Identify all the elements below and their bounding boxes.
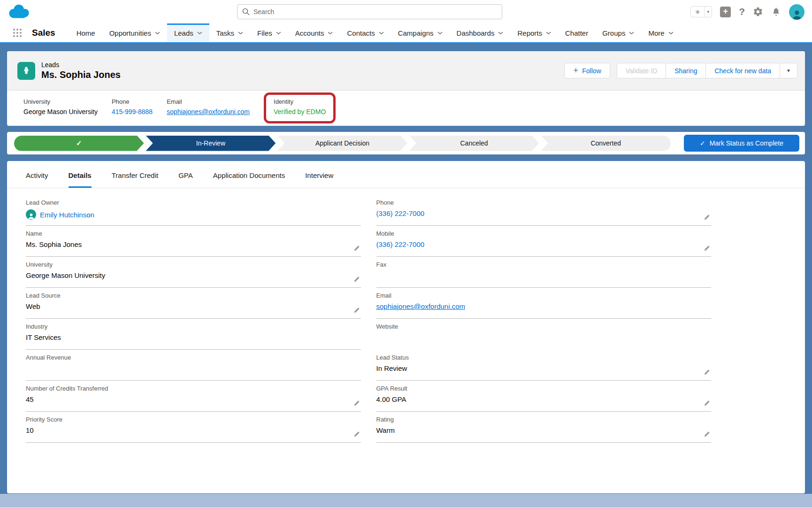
- path-stage-in-review[interactable]: In-Review: [146, 136, 276, 151]
- header-buttons: + Follow Validate ID Sharing Check for n…: [564, 63, 797, 78]
- nav-tab-contacts[interactable]: Contacts: [340, 23, 391, 42]
- follow-label: Follow: [582, 67, 601, 75]
- nav-tab-label: Campaigns: [398, 29, 434, 37]
- page-bottom-strip: [0, 494, 812, 507]
- nav-tab-label: Accounts: [295, 29, 324, 37]
- field-label: GPA Result: [376, 385, 712, 392]
- field-label: University: [26, 261, 361, 268]
- phone-link[interactable]: (336) 222-7000: [376, 209, 425, 217]
- nav-tab-files[interactable]: Files: [250, 23, 288, 42]
- compact-field-university: University George Mason University: [23, 98, 98, 126]
- edit-pencil-icon[interactable]: [703, 245, 710, 252]
- email-link[interactable]: sophiajones@oxforduni.com: [376, 302, 466, 310]
- more-actions-dropdown[interactable]: ▼: [780, 63, 797, 78]
- chevron-down-icon[interactable]: [668, 31, 674, 35]
- edit-pencil-icon[interactable]: [353, 245, 360, 252]
- chevron-down-icon[interactable]: [379, 31, 384, 35]
- tab-details[interactable]: Details: [69, 169, 92, 188]
- stage-label: Applicant Decision: [315, 139, 369, 147]
- edit-pencil-icon[interactable]: [353, 307, 360, 314]
- stage-label: Canceled: [460, 139, 488, 147]
- sharing-button[interactable]: Sharing: [666, 63, 705, 78]
- nav-tab-reports[interactable]: Reports: [510, 23, 558, 42]
- check-for-new-data-button[interactable]: Check for new data: [705, 63, 780, 78]
- nav-tab-label: Reports: [517, 29, 542, 37]
- mark-status-label: Mark Status as Complete: [710, 139, 783, 147]
- nav-tab-more[interactable]: More: [641, 23, 680, 42]
- chevron-down-icon[interactable]: [155, 31, 160, 35]
- lead-owner-link[interactable]: Emily Hutchinson: [40, 211, 94, 219]
- record-action-group: Validate ID Sharing Check for new data ▼: [617, 63, 797, 78]
- help-icon[interactable]: ?: [739, 6, 745, 17]
- tab-gpa[interactable]: GPA: [178, 169, 193, 188]
- field-phone: Phone (336) 222-7000: [376, 195, 712, 226]
- nav-tab-groups[interactable]: Groups: [595, 23, 641, 42]
- chevron-down-icon[interactable]: [437, 31, 443, 35]
- nav-tab-leads[interactable]: Leads: [167, 23, 209, 42]
- edit-pencil-icon[interactable]: [703, 214, 710, 221]
- edit-pencil-icon[interactable]: [353, 431, 360, 438]
- edit-pencil-icon[interactable]: [703, 431, 710, 438]
- phone-link[interactable]: 415-999-8888: [112, 108, 153, 115]
- edit-pencil-icon[interactable]: [353, 400, 360, 407]
- field-lead-owner: Lead Owner Emily Hutchinson: [26, 195, 361, 226]
- user-avatar[interactable]: [789, 4, 804, 20]
- chevron-down-icon[interactable]: [328, 31, 333, 35]
- chevron-down-icon[interactable]: [276, 31, 281, 35]
- sales-path: ✓ In-Review Applicant Decision Canceled …: [14, 136, 671, 151]
- nav-tab-label: Opportunities: [109, 29, 151, 37]
- nav-tab-campaigns[interactable]: Campaigns: [391, 23, 450, 42]
- app-nav: Sales Home Opportunities Leads Tasks Fil…: [0, 23, 812, 42]
- compact-field-email: Email sophiajones@oxforduni.com: [167, 98, 250, 126]
- path-stage-converted[interactable]: Converted: [541, 136, 671, 151]
- search-input[interactable]: [253, 8, 497, 15]
- nav-tab-home[interactable]: Home: [69, 23, 102, 42]
- field-label: Email: [376, 292, 712, 299]
- follow-button[interactable]: + Follow: [564, 63, 610, 78]
- field-label: Phone: [376, 199, 712, 206]
- tab-interview[interactable]: Interview: [305, 169, 333, 188]
- setup-gear-icon[interactable]: [753, 7, 763, 17]
- path-stage-canceled[interactable]: Canceled: [409, 136, 539, 151]
- page-title: Ms. Sophia Jones: [41, 69, 121, 80]
- mobile-link[interactable]: (336) 222-7000: [376, 240, 425, 248]
- field-label: Phone: [112, 98, 153, 105]
- chevron-down-icon[interactable]: [546, 31, 551, 35]
- tab-transfer-credit[interactable]: Transfer Credit: [112, 169, 158, 188]
- path-stage-applicant-decision[interactable]: Applicant Decision: [277, 136, 407, 151]
- identity-verified-value: Verified by EDMO: [274, 108, 326, 115]
- field-value: Web: [26, 302, 361, 310]
- favorites-star-icon[interactable]: ★: [691, 7, 704, 17]
- edit-pencil-icon[interactable]: [353, 276, 360, 283]
- email-link[interactable]: sophiajones@oxforduni.com: [167, 108, 250, 115]
- path-stage-completed[interactable]: ✓: [14, 136, 144, 151]
- app-launcher-icon[interactable]: [12, 23, 23, 42]
- chevron-down-icon[interactable]: [238, 31, 243, 35]
- global-search[interactable]: [237, 4, 502, 19]
- favorites-caret-icon[interactable]: ▾: [704, 7, 712, 17]
- tab-activity[interactable]: Activity: [26, 169, 48, 188]
- nav-tab-accounts[interactable]: Accounts: [288, 23, 340, 42]
- notifications-bell-icon[interactable]: [771, 7, 781, 17]
- nav-tab-dashboards[interactable]: Dashboards: [450, 23, 511, 42]
- edit-pencil-icon[interactable]: [703, 400, 710, 407]
- chevron-down-icon[interactable]: [629, 31, 634, 35]
- add-icon[interactable]: +: [720, 7, 731, 17]
- chevron-down-icon[interactable]: [197, 31, 202, 35]
- nav-tab-opportunities[interactable]: Opportunities: [102, 23, 167, 42]
- nav-tab-chatter[interactable]: Chatter: [558, 23, 595, 42]
- favorites-control[interactable]: ★ ▾: [690, 6, 712, 17]
- nav-tab-label: Dashboards: [457, 29, 495, 37]
- nav-tab-tasks[interactable]: Tasks: [209, 23, 250, 42]
- field-label: Priority Score: [26, 416, 361, 423]
- tab-application-documents[interactable]: Application Documents: [213, 169, 285, 188]
- field-lead-source: Lead Source Web: [26, 288, 361, 319]
- chevron-down-icon[interactable]: [498, 31, 503, 35]
- lead-header-card: Leads Ms. Sophia Jones + Follow Validate…: [7, 51, 805, 126]
- field-name: Name Ms. Sophia Jones: [26, 226, 361, 257]
- mark-status-complete-button[interactable]: ✓ Mark Status as Complete: [684, 135, 799, 152]
- field-annual-revenue: Annual Revenue: [26, 350, 361, 381]
- edit-pencil-icon[interactable]: [703, 369, 710, 376]
- field-label: Email: [167, 98, 250, 105]
- record-detail-card: Activity Details Transfer Credit GPA App…: [7, 161, 805, 493]
